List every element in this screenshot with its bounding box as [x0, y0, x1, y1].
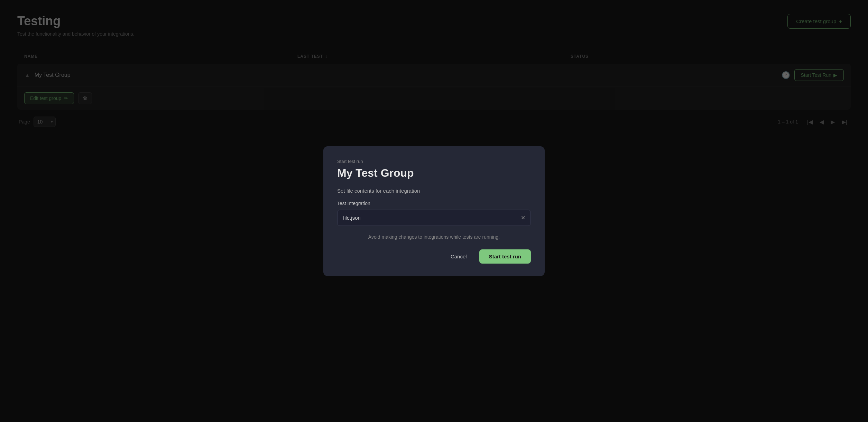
modal-field-label: Test Integration: [337, 201, 531, 206]
start-test-run-modal: Start test run My Test Group Set file co…: [323, 146, 545, 276]
clear-input-button[interactable]: ✕: [520, 214, 526, 222]
modal-input-wrapper: ✕: [337, 210, 531, 226]
modal-file-input[interactable]: [337, 210, 531, 226]
modal-overlay[interactable]: Start test run My Test Group Set file co…: [0, 0, 868, 422]
cancel-button[interactable]: Cancel: [442, 249, 475, 264]
start-run-button[interactable]: Start test run: [479, 249, 531, 264]
modal-warning: Avoid making changes to integrations whi…: [337, 234, 531, 240]
modal-label: Start test run: [337, 159, 531, 164]
modal-actions: Cancel Start test run: [337, 249, 531, 264]
modal-title: My Test Group: [337, 167, 531, 180]
modal-description: Set file contents for each integration: [337, 188, 531, 194]
